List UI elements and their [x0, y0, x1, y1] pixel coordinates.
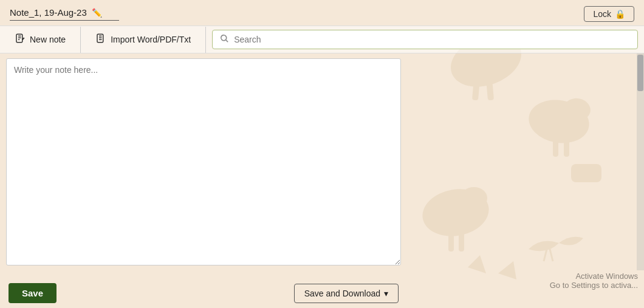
search-icon [220, 34, 229, 45]
right-panel [407, 53, 644, 270]
lock-button[interactable]: Lock 🔒 [584, 6, 634, 22]
import-button[interactable]: Import Word/PDF/Txt [81, 27, 206, 53]
chevron-down-icon: ▾ [384, 289, 388, 298]
search-input[interactable] [234, 35, 630, 44]
import-label: Import Word/PDF/Txt [111, 35, 191, 44]
right-scrollbar[interactable] [637, 53, 644, 270]
search-area [206, 26, 644, 53]
lock-icon: 🔒 [615, 9, 625, 19]
new-note-icon [15, 33, 26, 47]
search-box [212, 30, 638, 49]
activate-windows-line2: Go to Settings to activa... [550, 281, 638, 290]
lock-label: Lock [593, 9, 611, 19]
svg-line-27 [226, 40, 228, 42]
save-button[interactable]: Save [9, 283, 57, 303]
content-area [0, 53, 644, 270]
import-icon [95, 33, 106, 47]
note-title: Note_1, 19-Aug-23 [10, 7, 87, 18]
activate-windows-line1: Activate Windows [550, 272, 638, 281]
save-download-label: Save and Download [304, 289, 380, 298]
top-bar: Note_1, 19-Aug-23 ✏️ Lock 🔒 [0, 0, 644, 26]
note-editor-panel [0, 53, 407, 270]
scrollbar-thumb[interactable] [637, 55, 643, 91]
note-textarea[interactable] [6, 58, 401, 265]
note-title-area: Note_1, 19-Aug-23 ✏️ [10, 7, 119, 21]
new-note-button[interactable]: New note [0, 27, 81, 53]
edit-icon[interactable]: ✏️ [92, 8, 102, 18]
save-download-button[interactable]: Save and Download ▾ [294, 284, 399, 303]
footer-bar: Save Save and Download ▾ [0, 278, 407, 308]
save-label: Save [22, 288, 43, 298]
activate-windows-watermark: Activate Windows Go to Settings to activ… [550, 272, 638, 290]
toolbar-row: New note Import Word/PDF/Txt [0, 26, 644, 53]
new-note-label: New note [30, 35, 66, 44]
